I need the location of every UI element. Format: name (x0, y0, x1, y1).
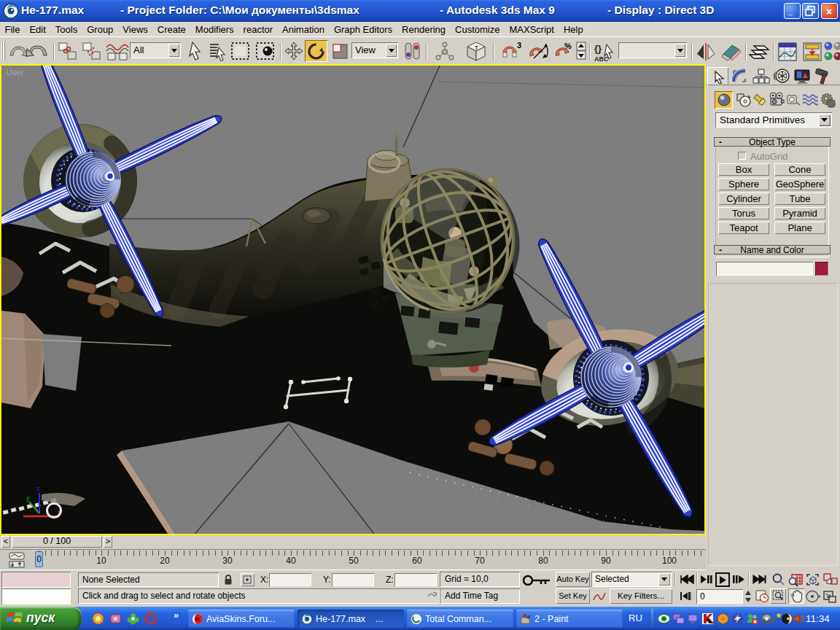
svg-text:T: T (475, 44, 478, 51)
svg-text:z: z (36, 485, 40, 492)
svg-text:3: 3 (517, 41, 521, 50)
svg-text:y: y (26, 494, 30, 502)
svg-text:User: User (6, 68, 23, 77)
svg-text:%: % (564, 42, 572, 50)
svg-text:{}: {} (594, 43, 602, 54)
svg-text:ABC: ABC (594, 55, 609, 63)
